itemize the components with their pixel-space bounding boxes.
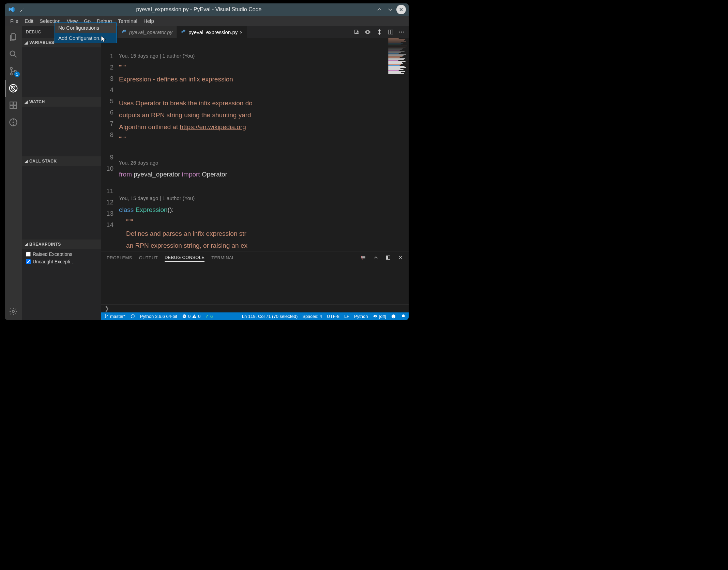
breakpoints-body: Raised Exceptions Uncaught Excepti… [22, 249, 101, 267]
activitybar: 1 [5, 26, 22, 320]
explorer-icon[interactable] [5, 29, 22, 46]
status-liveshare[interactable]: [off] [373, 314, 386, 319]
status-sync-icon[interactable] [130, 314, 135, 319]
debug-icon[interactable] [5, 80, 22, 97]
codelens[interactable]: You, 15 days ago | 1 author (You) [119, 53, 195, 59]
search-icon[interactable] [5, 46, 22, 63]
svg-rect-7 [10, 106, 13, 109]
clear-console-icon[interactable] [360, 255, 366, 261]
svg-point-11 [13, 122, 14, 123]
debug-console-body[interactable] [101, 264, 409, 304]
menu-edit[interactable]: Edit [22, 17, 36, 25]
codelens[interactable]: You, 26 days ago [119, 160, 158, 166]
maximize-button[interactable] [385, 5, 395, 14]
breakpoint-checkbox[interactable] [26, 259, 31, 264]
section-variables-label: VARIABLES [29, 40, 54, 45]
section-watch[interactable]: ◢WATCH [22, 97, 101, 107]
vscode-logo-icon [7, 5, 16, 14]
panel-tab-problems[interactable]: PROBLEMS [107, 254, 132, 262]
minimize-button[interactable] [375, 5, 384, 14]
tab-pyeval-operator[interactable]: pyeval_operator.py [118, 26, 177, 38]
bottom-panel: PROBLEMS OUTPUT DEBUG CONSOLE TERMINAL ❯ [101, 251, 409, 312]
section-watch-label: WATCH [29, 99, 45, 104]
split-editor-icon[interactable] [388, 29, 394, 35]
svg-point-16 [183, 30, 183, 31]
section-callstack-label: CALL STACK [29, 159, 57, 164]
close-button[interactable] [396, 5, 406, 14]
editor-area: pyeval_operator.py pyeval_expression.py … [101, 26, 409, 320]
section-breakpoints[interactable]: ◢BREAKPOINTS [22, 240, 101, 249]
tab-pyeval-expression[interactable]: pyeval_expression.py × [177, 26, 247, 38]
gitlens-blame-icon[interactable] [364, 29, 371, 35]
code-content[interactable]: You, 15 days ago | 1 author (You) """ Ex… [119, 38, 409, 251]
breakpoint-checkbox[interactable] [26, 252, 31, 257]
status-notifications-icon[interactable] [401, 314, 406, 319]
variables-body [22, 47, 101, 97]
section-callstack[interactable]: ◢CALL STACK [22, 156, 101, 166]
panel-tab-output[interactable]: OUTPUT [139, 254, 158, 262]
status-branch[interactable]: master* [104, 314, 125, 319]
panel-tabs: PROBLEMS OUTPUT DEBUG CONSOLE TERMINAL [101, 251, 409, 264]
gitlens-toggle-icon[interactable] [353, 29, 360, 35]
prompt-icon: ❯ [105, 305, 109, 312]
maximize-panel-icon[interactable] [385, 255, 391, 260]
svg-point-1 [10, 67, 12, 70]
dropdown-add-configuration[interactable]: Add Configuration... [55, 33, 116, 43]
collapse-panel-icon[interactable] [373, 255, 379, 260]
gitlens-compare-icon[interactable] [376, 29, 383, 35]
svg-point-0 [10, 51, 15, 56]
status-eol[interactable]: LF [344, 314, 349, 319]
svg-point-31 [375, 316, 376, 317]
breakpoint-uncaught-exceptions[interactable]: Uncaught Excepti… [25, 258, 98, 265]
scm-icon[interactable]: 1 [5, 63, 22, 80]
codelens[interactable]: You, 15 days ago | 1 author (You) [119, 195, 195, 201]
breakpoint-label: Raised Exceptions [33, 251, 72, 257]
breakpoint-label: Uncaught Excepti… [33, 259, 75, 264]
svg-rect-25 [386, 256, 388, 260]
extensions-icon[interactable] [5, 97, 22, 114]
status-encoding[interactable]: UTF-8 [327, 314, 339, 319]
pin-icon[interactable] [19, 7, 25, 12]
more-actions-icon[interactable] [398, 29, 405, 35]
status-cursor-position[interactable]: Ln 119, Col 71 (70 selected) [242, 314, 298, 319]
minimap[interactable] [388, 38, 409, 251]
svg-point-23 [403, 32, 404, 33]
svg-point-18 [357, 32, 359, 34]
svg-point-22 [401, 32, 402, 33]
editor-tabs: pyeval_operator.py pyeval_expression.py … [101, 26, 409, 38]
titlebar: pyeval_expression.py - PyEval - Visual S… [5, 3, 409, 16]
gitlens-icon[interactable] [5, 114, 22, 131]
workbench-body: 1 DEBUG [5, 26, 409, 320]
menu-terminal[interactable]: Terminal [115, 17, 140, 25]
tab-label: pyeval_operator.py [129, 29, 172, 35]
debug-sidebar: DEBUG ◢VARIABLES [22, 26, 101, 320]
dropdown-no-configurations[interactable]: No Configurations [55, 23, 116, 33]
editor-body[interactable]: 1 2 3 4 5 6 7 8 9 10 11 12 13 14 [101, 38, 409, 251]
menu-file[interactable]: File [7, 17, 21, 25]
svg-rect-9 [14, 102, 17, 105]
settings-gear-icon[interactable] [5, 303, 22, 320]
svg-point-2 [10, 73, 12, 75]
panel-tab-terminal[interactable]: TERMINAL [211, 254, 234, 262]
tab-close-icon[interactable]: × [240, 29, 243, 35]
status-feedback-icon[interactable] [391, 314, 396, 319]
status-problems[interactable]: 0 0 [182, 314, 200, 319]
section-breakpoints-label: BREAKPOINTS [29, 242, 61, 247]
status-tests[interactable]: ✓ 6 [205, 314, 213, 319]
status-python[interactable]: Python 3.6.6 64-bit [140, 314, 177, 319]
panel-tab-debugconsole[interactable]: DEBUG CONSOLE [165, 253, 204, 262]
scm-badge: 1 [14, 72, 20, 77]
svg-rect-6 [10, 102, 13, 105]
svg-point-30 [194, 317, 195, 318]
debug-console-input[interactable]: ❯ [101, 304, 409, 312]
svg-point-27 [105, 317, 106, 318]
close-panel-icon[interactable] [398, 255, 403, 260]
python-file-icon [181, 29, 186, 35]
window-title: pyeval_expression.py - PyEval - Visual S… [25, 6, 373, 13]
svg-point-26 [105, 314, 106, 315]
breakpoint-raised-exceptions[interactable]: Raised Exceptions [25, 250, 98, 258]
status-language[interactable]: Python [354, 314, 368, 319]
python-file-icon [122, 29, 127, 35]
menu-help[interactable]: Help [141, 17, 157, 25]
status-indentation[interactable]: Spaces: 4 [302, 314, 322, 319]
